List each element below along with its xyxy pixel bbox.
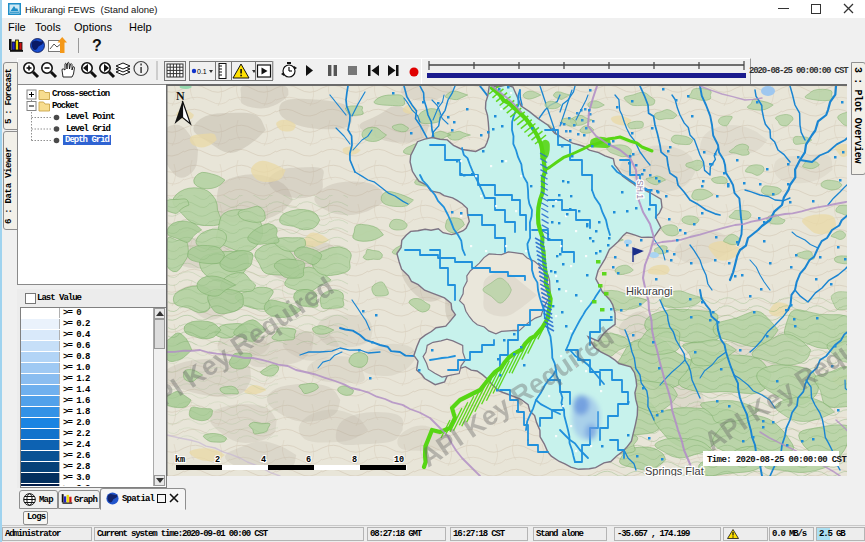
svg-text:km: km	[175, 455, 185, 465]
svg-text:0.1: 0.1	[197, 68, 207, 75]
svg-text:Hikurangi: Hikurangi	[626, 285, 672, 297]
svg-text:N: N	[176, 89, 185, 103]
svg-text:Springs Flat: Springs Flat	[645, 465, 704, 476]
svg-text:6: 6	[306, 455, 311, 465]
svg-text:SH 1: SH 1	[635, 180, 645, 199]
svg-text:10: 10	[394, 455, 404, 465]
svg-text:4: 4	[261, 455, 266, 465]
svg-text:Time: 2020-08-25 00:00:00 CST: Time: 2020-08-25 00:00:00 CST	[707, 455, 847, 465]
svg-text:8: 8	[352, 455, 357, 465]
svg-text:2: 2	[215, 455, 220, 465]
